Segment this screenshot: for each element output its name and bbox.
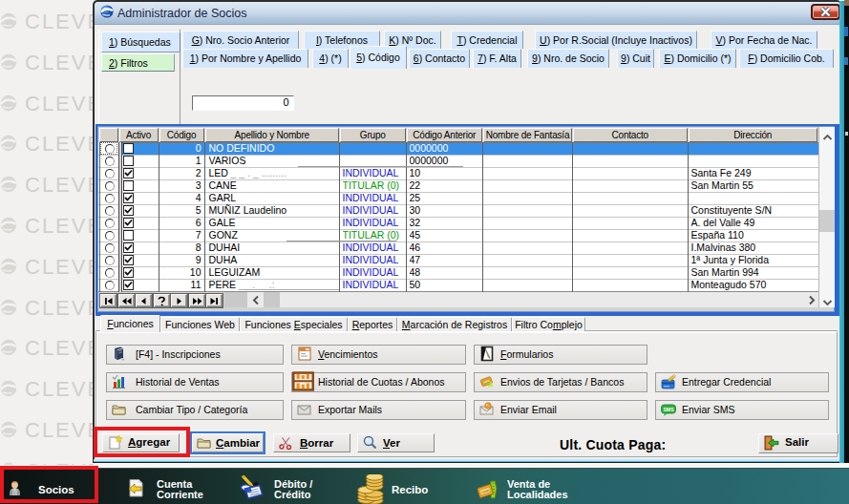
svg-text:SMS: SMS [663, 407, 674, 412]
